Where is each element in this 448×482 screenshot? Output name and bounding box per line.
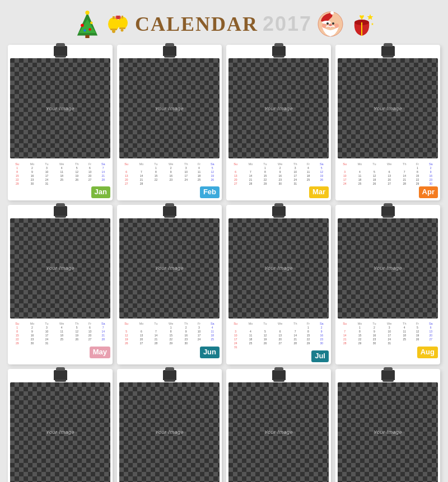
day-header-mon: Mo: [242, 322, 258, 326]
calendar-day: 26: [206, 177, 220, 181]
svg-marker-29: [367, 14, 374, 20]
calendar-day: [315, 345, 329, 349]
calendar-day: [242, 326, 258, 330]
calendar-day: 17: [288, 174, 302, 177]
month-label-row: Mar: [228, 185, 329, 198]
calendar-day: 4: [302, 166, 314, 170]
calendar-day: 10: [40, 170, 53, 174]
calendar-day: 23: [367, 338, 381, 341]
calendar-day: 2: [179, 326, 193, 330]
calendar-day: 28: [96, 338, 111, 341]
day-header-mon: Mo: [352, 162, 367, 166]
calendar-day: 8: [162, 330, 179, 334]
calendar-day: 16: [272, 174, 288, 177]
calendar-day: [242, 345, 258, 349]
calendar-day: 21: [288, 338, 302, 341]
calendar-day: 16: [424, 174, 438, 177]
calendar-day: 8: [10, 330, 24, 334]
day-header-fri: Fr: [302, 162, 314, 166]
calendar-day: [228, 166, 242, 170]
binder-clip: [381, 46, 395, 56]
calendar-day: 13: [133, 334, 149, 338]
day-header-sat: Sa: [96, 162, 111, 166]
calendar-day: [258, 345, 272, 349]
day-header-tue: Tu: [258, 162, 272, 166]
calendar-day: 14: [288, 334, 302, 338]
day-header-tue: Tu: [367, 162, 381, 166]
month-card-apr: Your ImageSuMoTuWeThFrSa1234567891011121…: [335, 45, 440, 200]
calendar-day: 7: [242, 170, 258, 174]
calendar-day: 1: [10, 166, 24, 170]
day-header-sat: Sa: [315, 322, 329, 326]
calendar-day: 2: [24, 166, 40, 170]
svg-point-10: [112, 30, 115, 33]
calendar-day: [288, 326, 302, 330]
calendar-day: 30: [179, 341, 193, 345]
month-card-jul: Your ImageSuMoTuWeThFrSa1234567891011121…: [226, 205, 331, 364]
binder-clip-wrapper: [226, 369, 331, 382]
calendar-day: 9: [24, 170, 40, 174]
calendar-day: 30: [424, 181, 438, 185]
day-header-tue: Tu: [40, 162, 53, 166]
calendar-day: 17: [179, 174, 193, 177]
calendar-day: [338, 166, 352, 170]
calendar-day: 18: [398, 334, 412, 338]
calendar-day: 17: [40, 174, 53, 177]
calendar-day: 30: [272, 181, 288, 185]
calendar-day: 18: [53, 334, 70, 338]
binder-clip-wrapper: [8, 369, 113, 382]
month-label-row: Jun: [119, 345, 220, 358]
calendar-day: 6: [424, 326, 438, 330]
day-header-fri: Fr: [193, 322, 205, 326]
calendar-table: SuMoTuWeThFrSa12345678910111213141516171…: [338, 322, 438, 345]
calendar-day: 23: [162, 177, 179, 181]
calendar-day: 13: [119, 174, 133, 177]
svg-point-4: [81, 24, 83, 27]
calendar-day: 2: [162, 166, 179, 170]
calendar-day: 1: [258, 166, 272, 170]
calendar-day: 5: [70, 326, 84, 330]
day-header-wed: We: [162, 322, 179, 326]
day-header-thu: Th: [70, 162, 84, 166]
calendar-day: 18: [302, 174, 314, 177]
month-card-nov: Your ImageSuMoTuWeThFrSa1234567891011121…: [226, 369, 331, 482]
month-label: Feb: [200, 186, 220, 198]
calendar-day: 22: [10, 177, 24, 181]
calendar-day: 23: [272, 177, 288, 181]
calendar-day: [70, 181, 84, 185]
placeholder-text: Your Image: [155, 265, 184, 271]
calendar-day: 14: [242, 174, 258, 177]
binder-clip-wrapper: [335, 369, 440, 382]
day-header-sun: Su: [10, 162, 24, 166]
svg-rect-11: [113, 16, 115, 19]
calendar-day: 6: [133, 330, 149, 334]
calendar-day: 6: [119, 170, 133, 174]
calendar-day: 27: [228, 181, 242, 185]
svg-point-27: [334, 24, 339, 28]
calendar-bottom: SuMoTuWeThFrSa12345678910111213141516171…: [226, 161, 331, 200]
calendar-day: 5: [315, 166, 329, 170]
calendar-day: 21: [149, 338, 162, 341]
calendar-day: 15: [411, 174, 423, 177]
calendar-day: 31: [228, 345, 242, 349]
calendar-day: 23: [24, 177, 40, 181]
calendar-day: 25: [206, 338, 220, 341]
image-placeholder: Your Image: [10, 382, 110, 482]
calendar-day: 16: [315, 334, 329, 338]
calendar-day: 21: [133, 177, 149, 181]
calendar-table: SuMoTuWeThFrSa12345678910111213141516171…: [10, 322, 110, 345]
calendar-day: 4: [53, 166, 70, 170]
calendar-day: [149, 181, 162, 185]
calendar-day: 22: [149, 177, 162, 181]
calendar-day: 31: [40, 181, 53, 185]
calendar-day: 26: [411, 338, 423, 341]
calendar-day: 7: [149, 330, 162, 334]
calendar-day: 21: [338, 338, 352, 341]
calendar-day: 16: [367, 334, 381, 338]
calendar-day: 24: [179, 177, 193, 181]
month-label: Mar: [309, 186, 329, 198]
calendar-day: [258, 326, 272, 330]
calendar-day: 20: [228, 177, 242, 181]
image-placeholder: Your Image: [228, 382, 329, 482]
calendar-day: 9: [162, 170, 179, 174]
